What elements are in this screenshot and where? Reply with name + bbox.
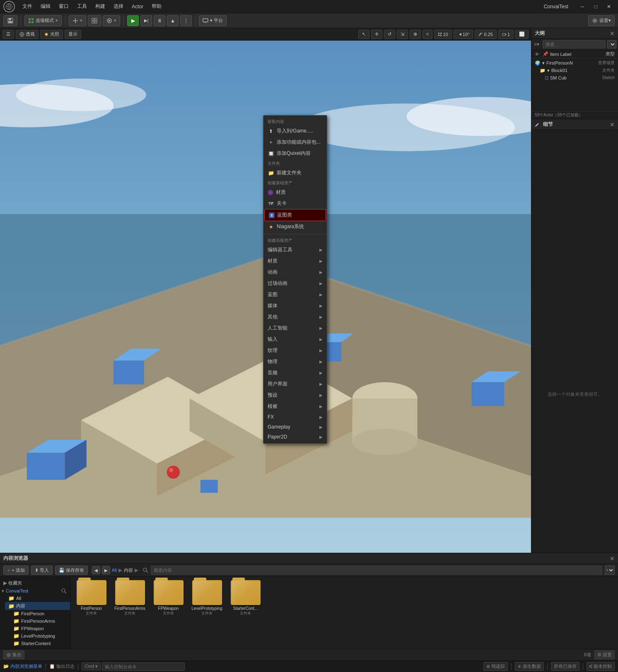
- move-tool[interactable]: ✛: [371, 30, 382, 39]
- cb-add-button[interactable]: + + 添加: [3, 566, 29, 575]
- camera-speed[interactable]: 1: [498, 30, 514, 39]
- select-tool[interactable]: ↖: [358, 30, 369, 39]
- cb-tree-levelprototyping[interactable]: 📁 LevelPrototyping: [10, 632, 70, 640]
- source-button[interactable]: ⊕ 派生数据: [515, 662, 544, 671]
- mode-selector[interactable]: 选项模式 ▾: [24, 15, 62, 26]
- menu-item-window[interactable]: 窗口: [55, 1, 73, 12]
- save-button[interactable]: [3, 15, 17, 26]
- cb-close[interactable]: ✕: [610, 555, 615, 562]
- outline-row-smcub[interactable]: ◻ SM Cub Statich: [541, 74, 618, 81]
- output-log[interactable]: 📋 输出日志: [49, 663, 75, 670]
- cb-tree-firstperson[interactable]: 📁 FirstPerson: [10, 610, 70, 617]
- ctx-input[interactable]: 输入 ▶: [263, 334, 327, 345]
- ctx-material[interactable]: 材质: [263, 187, 327, 198]
- menu-item-help[interactable]: 帮助: [147, 1, 166, 12]
- ctx-level[interactable]: 🗺 关卡: [263, 198, 327, 209]
- grid-button[interactable]: [88, 15, 101, 26]
- play-button[interactable]: ▶: [127, 15, 139, 26]
- ctx-blueprint[interactable]: 蓝图类: [264, 209, 326, 221]
- cb-project-search[interactable]: [61, 588, 67, 594]
- minimize-button[interactable]: ─: [577, 2, 588, 11]
- menu-item-build[interactable]: 构建: [91, 1, 109, 12]
- revision-button[interactable]: ⑆ 版本控制: [587, 662, 615, 671]
- ctx-materials-adv[interactable]: 材质 ▶: [263, 255, 327, 267]
- cb-tree-firstpersonarms[interactable]: 📁 FirstPersonArms: [10, 617, 70, 625]
- more-play[interactable]: ⋮: [180, 15, 192, 26]
- outline-row-block01[interactable]: 📁 ▾ Block01 文件夹: [536, 67, 618, 74]
- filter-icon[interactable]: ≡▾: [534, 41, 539, 47]
- cb-save-button[interactable]: 💾 保存所有: [55, 566, 88, 575]
- cb-tree-fpweapon[interactable]: 📁 FPWeapon: [10, 625, 70, 632]
- stop-button[interactable]: ▲: [167, 15, 179, 26]
- cb-filter-select[interactable]: ▾: [605, 566, 615, 575]
- ctx-physics[interactable]: 物理 ▶: [263, 356, 327, 367]
- rotate-tool[interactable]: ↺: [384, 30, 395, 39]
- outline-close[interactable]: ✕: [610, 30, 615, 37]
- grid-snap-button[interactable]: 10: [434, 30, 452, 39]
- trace-button[interactable]: ⊛ 驾迹踪: [483, 662, 508, 671]
- outline-row-firstperson[interactable]: 🌍 ▾ FirstPersonN 世界场景: [531, 59, 618, 67]
- add-actor-button[interactable]: ▾: [69, 15, 86, 26]
- step-button[interactable]: ▶|: [140, 15, 152, 26]
- ctx-audio[interactable]: 音频 ▶: [263, 367, 327, 378]
- ctx-blueprint-adv[interactable]: 蓝图 ▶: [263, 289, 327, 300]
- cb-tree-startercontent[interactable]: 📁 StarterContent: [10, 640, 70, 647]
- pause-button[interactable]: ⏸: [154, 15, 165, 26]
- cb-import-button[interactable]: ⬆ 导入: [31, 566, 53, 575]
- cb-forward[interactable]: ▶: [102, 566, 110, 574]
- maximize-viewport[interactable]: ⬜: [515, 30, 529, 39]
- ctx-other[interactable]: 其他 ▶: [263, 311, 327, 323]
- outline-type-filter[interactable]: [607, 40, 616, 48]
- transform-tool[interactable]: ⊕: [410, 30, 421, 39]
- ctx-gameplay[interactable]: Gameplay ▶: [263, 422, 327, 432]
- platform-selector[interactable]: ▾ 平台: [199, 15, 227, 26]
- perspective-button[interactable]: 透视: [16, 30, 39, 39]
- ctx-media[interactable]: 媒体 ▶: [263, 300, 327, 311]
- cb-collection-button[interactable]: 集合: [3, 650, 24, 659]
- ctx-new-folder[interactable]: 📁 新建文件夹: [263, 167, 327, 178]
- ctx-ai[interactable]: 人工智能 ▶: [263, 323, 327, 334]
- ctx-add-feature[interactable]: + 添加功能或内容包...: [263, 137, 327, 148]
- cmd-dropdown[interactable]: Cmd ▾: [82, 662, 101, 670]
- cb-path-all[interactable]: All: [112, 568, 117, 573]
- display-button[interactable]: 显示: [65, 30, 81, 39]
- cb-project-header[interactable]: ▾ ConvaiTest: [0, 587, 70, 595]
- menu-item-edit[interactable]: 编辑: [36, 1, 55, 12]
- viewport-menu-button[interactable]: ☰: [2, 30, 14, 39]
- cb-tree-content[interactable]: 📁 内容: [5, 602, 70, 610]
- cb-settings-button[interactable]: ⚙ 设置: [594, 650, 615, 659]
- maximize-button[interactable]: □: [590, 2, 601, 11]
- cb-folder-levelprototyping[interactable]: LevelPrototyping 文件夹: [189, 580, 225, 616]
- scale-tool[interactable]: ⇲: [397, 30, 408, 39]
- ctx-texture[interactable]: 纹理 ▶: [263, 345, 327, 356]
- ctx-add-quixel[interactable]: 🔲 添加Quixel内容: [263, 148, 327, 159]
- ctx-fx[interactable]: FX ▶: [263, 412, 327, 422]
- cinematics-button[interactable]: ▾: [103, 15, 120, 26]
- ctx-ui[interactable]: 用户界面 ▶: [263, 378, 327, 390]
- cb-folder-firstpersonarms[interactable]: FirstPersonArms 文件夹: [112, 580, 147, 616]
- cb-search-input[interactable]: [151, 566, 602, 575]
- cb-folder-fpweapon[interactable]: FPWeapon 文件夹: [151, 580, 186, 616]
- menu-item-tools[interactable]: 工具: [73, 1, 91, 12]
- menu-item-actor[interactable]: Actor: [128, 2, 147, 11]
- ctx-editor-tools[interactable]: 编辑器工具 ▶: [263, 244, 327, 255]
- outline-search-input[interactable]: [543, 40, 606, 48]
- ctx-import-game[interactable]: ⬆ 导入到/Game.....: [263, 125, 327, 137]
- surface-snapping[interactable]: ⌗: [422, 30, 432, 39]
- menu-item-file[interactable]: 文件: [18, 1, 36, 12]
- ctx-preset[interactable]: 预设 ▶: [263, 390, 327, 401]
- ctx-niagara[interactable]: ★ Niagara系统: [263, 221, 327, 232]
- cb-folder-startercontent[interactable]: StarterCont... 文件夹: [228, 580, 263, 616]
- ctx-cinematic[interactable]: 过场动画 ▶: [263, 278, 327, 289]
- cb-path-content[interactable]: 内容: [124, 567, 133, 573]
- menu-item-select[interactable]: 选择: [109, 1, 128, 12]
- angle-snap-button[interactable]: 10°: [454, 30, 473, 39]
- scale-snap-button[interactable]: 0.25: [475, 30, 496, 39]
- cb-back[interactable]: ◀: [92, 566, 100, 574]
- cb-folder-firstperson[interactable]: FirstPerson 文件夹: [74, 580, 109, 616]
- ctx-animation[interactable]: 动画 ▶: [263, 267, 327, 278]
- details-close[interactable]: ✕: [610, 121, 615, 128]
- settings-button[interactable]: 设置▾: [588, 15, 615, 26]
- cb-tree-all[interactable]: 📁 All: [5, 595, 70, 602]
- close-button[interactable]: ✕: [603, 2, 615, 11]
